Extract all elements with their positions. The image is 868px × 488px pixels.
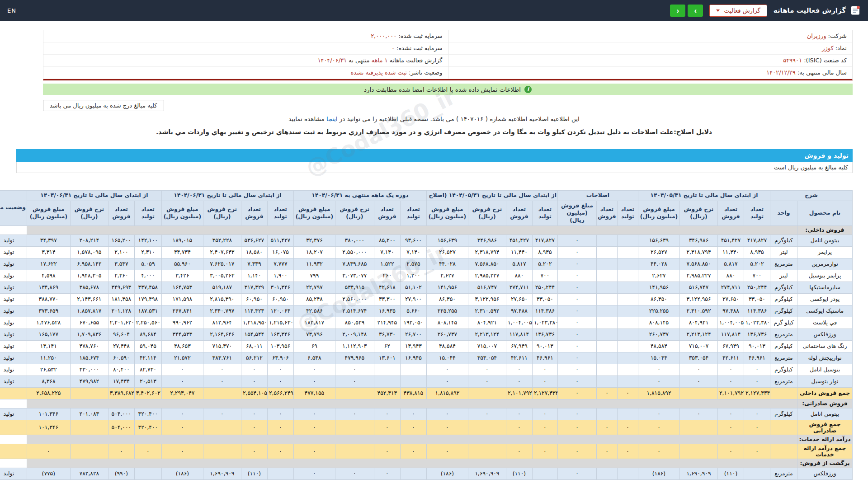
value-cell: ۷۱۵,۳۷۰ bbox=[203, 340, 241, 352]
value-cell: ۳۰۱,۳۴۶ bbox=[267, 282, 293, 293]
column-group-header: از ابتدای سال مالی تا تاریخ ۱۴۰۴/۰۵/۳۱ (… bbox=[426, 191, 557, 201]
value-cell bbox=[203, 420, 241, 435]
value-cell: ۰ bbox=[744, 444, 770, 459]
page-title: گزارش فعالیت ماهانه bbox=[774, 6, 846, 14]
value-cell: ۱۱,۴۴۰ bbox=[717, 246, 744, 258]
value-cell: ۱۴۱,۹۵۶ bbox=[426, 282, 468, 293]
column-header: تعداد تولید bbox=[532, 201, 557, 225]
value-cell: ۳۸۰,۰۰۰ bbox=[335, 235, 374, 246]
value-cell: ۹۰,۰۱۳ bbox=[532, 340, 557, 352]
value-cell: ۳,۳۱۴ bbox=[27, 246, 70, 258]
status-cell: تولید bbox=[0, 375, 27, 387]
value-cell bbox=[335, 420, 374, 435]
value-cell bbox=[617, 375, 638, 387]
value-cell: ۰ bbox=[468, 364, 506, 375]
value-cell: ۰ bbox=[638, 364, 679, 375]
value-cell: ۰ bbox=[532, 420, 557, 435]
value-cell: ۱,۲۱۸,۹۵۰ bbox=[241, 317, 267, 328]
value-cell: ۱۵۶,۶۳۹ bbox=[426, 235, 468, 246]
value-cell: ۱۱,۴۴۰ bbox=[506, 246, 532, 258]
value-cell: ۰ bbox=[557, 364, 596, 375]
value-cell: ۲۶,۵۲۷ bbox=[638, 246, 679, 258]
value-cell: ۰ bbox=[374, 408, 400, 420]
table-row: ورزفلکسمترمربع۱۳۶,۷۳۶۱۱۷,۸۱۴۲,۲۱۳,۱۲۴۲۶۰… bbox=[0, 328, 853, 340]
value-cell bbox=[617, 408, 638, 420]
value-cell: ۱۷۹,۴۹۸ bbox=[134, 293, 161, 305]
report-icon bbox=[850, 5, 861, 16]
column-group-header: از ابتدای سال مالی تا تاریخ ۱۴۰۴/۰۵/۳۱ bbox=[638, 191, 770, 201]
value-cell: ۲,۲۵۰,۵۶۰ bbox=[134, 317, 161, 328]
value-cell: ۰ bbox=[717, 375, 744, 387]
value-cell: ۰ bbox=[293, 444, 335, 459]
next-report-button[interactable]: › bbox=[688, 5, 703, 17]
value-cell: ۷,۵۶۸,۸۵۰ bbox=[468, 258, 506, 270]
value-cell: ۳,۵۴۷ bbox=[108, 258, 134, 270]
product-name-cell: ورزفلکس bbox=[797, 468, 853, 479]
column-header: نرخ فروش (ریال) bbox=[335, 201, 374, 225]
value-cell: ۰ bbox=[241, 444, 267, 459]
value-cell: ۰ bbox=[108, 444, 134, 459]
value-cell: ۰ bbox=[203, 408, 241, 420]
value-cell bbox=[596, 270, 617, 282]
value-cell bbox=[617, 352, 638, 364]
table-subheader-row: نام محصولواحدتعداد تولیدتعداد فروشنرخ فر… bbox=[0, 201, 853, 225]
value-cell bbox=[617, 235, 638, 246]
value-cell: ۲,۹۸۵,۲۲۷ bbox=[679, 270, 717, 282]
value-cell: ۲۶۷,۸۴۱ bbox=[161, 305, 203, 317]
value-cell: ۴۶,۹۶۱ bbox=[744, 352, 770, 364]
product-name-cell: جمع فروش صادراتی bbox=[797, 420, 853, 435]
inline-link[interactable]: اینجا bbox=[326, 115, 337, 122]
value-cell: ۲,۵۵۴,۱۰۵ bbox=[241, 387, 267, 399]
value-cell: ۰ bbox=[161, 408, 203, 420]
brand: گزارش فعالیت ماهانه bbox=[774, 5, 861, 16]
value-cell: ۴۸,۵۸۴ bbox=[426, 340, 468, 352]
value-cell: ۲۷۴,۷۱۱ bbox=[717, 282, 744, 293]
value-cell: ۱۶,۹۴۵ bbox=[400, 352, 426, 364]
value-cell: ۵۱۶,۷۴۷ bbox=[468, 282, 506, 293]
column-header: تعداد فروش bbox=[596, 201, 617, 225]
value-cell: ۵,۲۰۲ bbox=[744, 258, 770, 270]
table-row: نوارپیچش لولهمترمربع۴۶,۹۶۱۴۲,۶۱۱۳۵۳,۰۵۴۱… bbox=[0, 352, 853, 364]
value-cell: ۴۲,۶۱۸ bbox=[374, 282, 400, 293]
value-cell: ۳۳,۰۵۰ bbox=[532, 293, 557, 305]
value-cell bbox=[596, 352, 617, 364]
value-cell: ۴۱۷,۸۲۷ bbox=[744, 235, 770, 246]
column-header: نرخ فروش (ریال) bbox=[679, 201, 717, 225]
value-cell: ۲,۱۶۴,۶۴۶ bbox=[203, 328, 241, 340]
value-cell: ۰ bbox=[400, 408, 426, 420]
info-value: ثبت شده پذیرفته نشده bbox=[351, 69, 407, 76]
column-header: تعداد تولید bbox=[744, 201, 770, 225]
unit-cell: کیلوگرم bbox=[770, 340, 797, 352]
value-cell: ۷,۵۶۸,۸۵۰ bbox=[679, 258, 717, 270]
value-cell: ۳۴,۳۹۷ bbox=[27, 235, 70, 246]
value-cell: ۱۱۴,۳۸۶ bbox=[532, 305, 557, 317]
value-cell: ۰ bbox=[557, 444, 596, 459]
value-cell bbox=[596, 258, 617, 270]
product-name-cell: ماستیک اپوکسی bbox=[797, 305, 853, 317]
value-cell: ۰ bbox=[267, 364, 293, 375]
table-row: پودر اپوکسیکیلوگرم۳۳,۰۵۰۲۷,۶۵۰۳,۱۲۲,۹۵۶۸… bbox=[0, 293, 853, 305]
value-cell: ۲,۴۰۷,۶۴۳ bbox=[203, 246, 241, 258]
prev-report-button[interactable]: ‹ bbox=[670, 5, 685, 17]
value-cell: ۸۸۰ bbox=[717, 270, 744, 282]
value-cell: ۰ bbox=[293, 364, 335, 375]
report-type-dropdown[interactable]: گزارش فعالیت bbox=[709, 5, 767, 17]
value-cell: ۱۴۲,۱۰۰ bbox=[134, 235, 161, 246]
value-cell bbox=[679, 420, 717, 435]
value-cell bbox=[70, 420, 108, 435]
value-cell: ۶۷۰,۶۵۵ bbox=[70, 317, 108, 328]
value-cell: ۲,۳۱۸,۷۹۴ bbox=[468, 246, 506, 258]
value-cell: ۴۴,۰۲۸ bbox=[426, 258, 468, 270]
value-cell: ۸۹,۶۸۴ bbox=[134, 328, 161, 340]
report-nav: › ‹ bbox=[670, 5, 703, 17]
info-value: ۲,۰۰۰,۰۰۰ bbox=[371, 33, 396, 39]
info-value: ۱۴۰۴/۰۶/۳۱ bbox=[317, 57, 347, 64]
language-switch-en[interactable]: EN bbox=[7, 7, 16, 14]
value-cell: ۴,۰۰۰ bbox=[134, 270, 161, 282]
value-cell: ۲,۳۱۰,۵۹۲ bbox=[468, 305, 506, 317]
status-cell: تولید bbox=[0, 293, 27, 305]
value-cell bbox=[596, 282, 617, 293]
value-cell bbox=[617, 468, 638, 479]
value-cell: ۰ bbox=[744, 364, 770, 375]
company-link[interactable]: ورزیران bbox=[807, 33, 826, 39]
